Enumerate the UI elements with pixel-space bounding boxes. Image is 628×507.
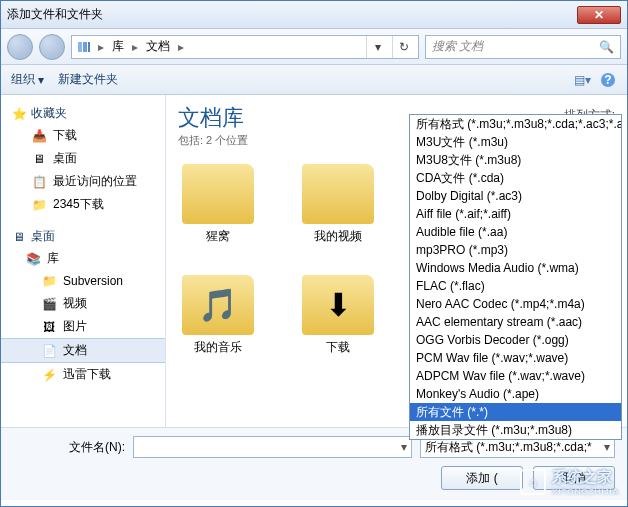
sidebar-item-libraries[interactable]: 📚库 <box>1 247 165 270</box>
sidebar: ⭐ 收藏夹 📥下载 🖥桌面 📋最近访问的位置 📁2345下载 🖥 桌面 📚库 📁… <box>1 95 166 427</box>
svg-text:?: ? <box>604 73 611 87</box>
close-button[interactable]: ✕ <box>577 6 621 24</box>
address-dropdown[interactable]: ▾ <box>366 36 388 58</box>
cancel-button[interactable]: 取消 <box>533 466 615 490</box>
chevron-down-icon[interactable]: ▾ <box>401 440 407 454</box>
desktop-icon: 🖥 <box>31 151 47 167</box>
chevron-right-icon: ▸ <box>176 40 186 54</box>
search-icon[interactable]: 🔍 <box>599 40 614 54</box>
nav-bar: ▸ 库 ▸ 文档 ▸ ▾ ↻ 搜索 文档 🔍 <box>1 29 627 65</box>
search-input[interactable]: 搜索 文档 🔍 <box>425 35 621 59</box>
sidebar-item-desktop[interactable]: 🖥桌面 <box>1 147 165 170</box>
chevron-right-icon: ▸ <box>130 40 140 54</box>
star-icon: ⭐ <box>11 106 27 122</box>
sidebar-item-subversion[interactable]: 📁Subversion <box>1 270 165 292</box>
recent-icon: 📋 <box>31 174 47 190</box>
file-item[interactable]: 猩窝 <box>178 164 258 245</box>
filetype-option[interactable]: Dolby Digital (*.ac3) <box>410 187 621 205</box>
download-icon: 📥 <box>31 128 47 144</box>
document-icon: 📄 <box>41 343 57 359</box>
organize-menu[interactable]: 组织 ▾ <box>11 71 44 88</box>
sidebar-item-thunder[interactable]: ⚡迅雷下载 <box>1 363 165 386</box>
download-icon: ⚡ <box>41 367 57 383</box>
svg-rect-0 <box>78 42 82 52</box>
file-item[interactable]: 🎵我的音乐 <box>178 275 258 356</box>
filetype-option[interactable]: Windows Media Audio (*.wma) <box>410 259 621 277</box>
forward-button[interactable] <box>39 34 65 60</box>
filetype-option[interactable]: CDA文件 (*.cda) <box>410 169 621 187</box>
chevron-down-icon: ▾ <box>604 440 610 454</box>
sidebar-item-2345download[interactable]: 📁2345下载 <box>1 193 165 216</box>
filetype-option[interactable]: PCM Wav file (*.wav;*.wave) <box>410 349 621 367</box>
chevron-right-icon: ▸ <box>96 40 106 54</box>
folder-icon: 📁 <box>41 273 57 289</box>
filetype-option[interactable]: Audible file (*.aa) <box>410 223 621 241</box>
sidebar-favorites-header[interactable]: ⭐ 收藏夹 <box>1 103 165 124</box>
filetype-dropdown[interactable]: 所有格式 (*.m3u;*.m3u8;*.cda;*.ac3;*.aifM3U文… <box>409 114 622 440</box>
refresh-button[interactable]: ↻ <box>392 36 414 58</box>
filetype-option[interactable]: FLAC (*.flac) <box>410 277 621 295</box>
window-title: 添加文件和文件夹 <box>7 6 103 23</box>
picture-icon: 🖼 <box>41 319 57 335</box>
library-icon <box>76 39 92 55</box>
view-options-button[interactable]: ▤▾ <box>573 71 591 89</box>
library-subtitle: 包括: 2 个位置 <box>178 133 248 148</box>
svg-rect-2 <box>88 42 90 52</box>
filetype-option[interactable]: 播放目录文件 (*.m3u;*.m3u8) <box>410 421 621 439</box>
filetype-option[interactable]: 所有文件 (*.*) <box>410 403 621 421</box>
filetype-option[interactable]: M3U文件 (*.m3u) <box>410 133 621 151</box>
filetype-option[interactable]: ADPCM Wav file (*.wav;*.wave) <box>410 367 621 385</box>
breadcrumb-documents[interactable]: 文档 <box>144 38 172 55</box>
svg-rect-1 <box>83 42 87 52</box>
sidebar-desktop-header[interactable]: 🖥 桌面 <box>1 226 165 247</box>
sidebar-item-recent[interactable]: 📋最近访问的位置 <box>1 170 165 193</box>
filetype-option[interactable]: OGG Vorbis Decoder (*.ogg) <box>410 331 621 349</box>
sidebar-item-pictures[interactable]: 🖼图片 <box>1 315 165 338</box>
filename-input[interactable]: ▾ <box>133 436 412 458</box>
sidebar-item-videos[interactable]: 🎬视频 <box>1 292 165 315</box>
breadcrumb-library[interactable]: 库 <box>110 38 126 55</box>
filetype-option[interactable]: Aiff file (*.aif;*.aiff) <box>410 205 621 223</box>
folder-icon: 📁 <box>31 197 47 213</box>
filetype-option[interactable]: Monkey's Audio (*.ape) <box>410 385 621 403</box>
help-button[interactable]: ? <box>599 71 617 89</box>
desktop-icon: 🖥 <box>11 229 27 245</box>
toolbar: 组织 ▾ 新建文件夹 ▤▾ ? <box>1 65 627 95</box>
open-button[interactable]: 添加 ( <box>441 466 523 490</box>
video-icon: 🎬 <box>41 296 57 312</box>
library-icon: 📚 <box>25 251 41 267</box>
filetype-option[interactable]: 所有格式 (*.m3u;*.m3u8;*.cda;*.ac3;*.aif <box>410 115 621 133</box>
sidebar-item-downloads[interactable]: 📥下载 <box>1 124 165 147</box>
title-bar: 添加文件和文件夹 ✕ <box>1 1 627 29</box>
library-title: 文档库 <box>178 103 248 133</box>
file-item[interactable]: 我的视频 <box>298 164 378 245</box>
sidebar-item-documents[interactable]: 📄文档 <box>1 338 165 363</box>
filetype-option[interactable]: Nero AAC Codec (*.mp4;*.m4a) <box>410 295 621 313</box>
search-placeholder: 搜索 文档 <box>432 38 483 55</box>
chevron-down-icon: ▾ <box>38 73 44 87</box>
filetype-option[interactable]: M3U8文件 (*.m3u8) <box>410 151 621 169</box>
filename-label: 文件名(N): <box>13 439 125 456</box>
filetype-option[interactable]: AAC elementary stream (*.aac) <box>410 313 621 331</box>
file-item[interactable]: ⬇下载 <box>298 275 378 356</box>
close-icon: ✕ <box>594 8 604 22</box>
new-folder-button[interactable]: 新建文件夹 <box>58 71 118 88</box>
address-bar[interactable]: ▸ 库 ▸ 文档 ▸ ▾ ↻ <box>71 35 419 59</box>
filetype-option[interactable]: mp3PRO (*.mp3) <box>410 241 621 259</box>
back-button[interactable] <box>7 34 33 60</box>
